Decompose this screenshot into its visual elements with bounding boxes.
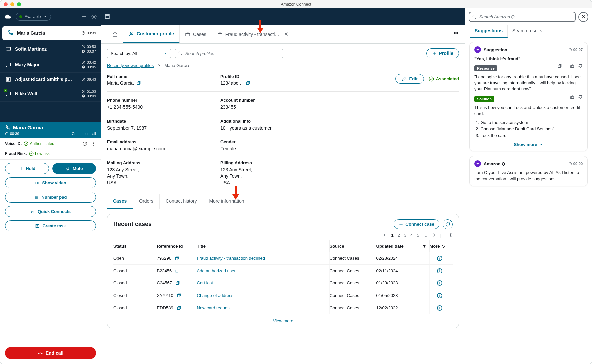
contact-name: Adjust Ricard Smith's p… <box>15 77 78 82</box>
table-row[interactable]: ClosedEDD589New card requestConnect Case… <box>113 302 453 314</box>
phone-value: +1 234-555-5400 <box>107 104 220 111</box>
close-tab-icon[interactable]: ✕ <box>284 31 288 37</box>
calendar-button[interactable] <box>104 13 111 20</box>
case-more-button[interactable]: i <box>437 280 442 286</box>
contact-item-mary[interactable]: Mary Major 00:42 00:05 <box>0 57 101 73</box>
copy-icon[interactable] <box>175 281 180 285</box>
window-zoom[interactable] <box>17 2 21 6</box>
create-task-button[interactable]: Create task <box>5 220 96 231</box>
tab-home[interactable] <box>107 25 123 43</box>
subtab-more-info[interactable]: More information <box>203 194 250 209</box>
case-title-link[interactable]: Fraud activity - transaction declined <box>197 256 265 261</box>
subtab-cases[interactable]: Cases <box>107 194 133 209</box>
table-row[interactable]: Open795296Fraud activity - transaction d… <box>113 252 453 265</box>
show-video-button[interactable]: Show video <box>5 177 96 188</box>
edit-button[interactable]: Edit <box>395 74 424 84</box>
page-3[interactable]: 3 <box>404 233 406 238</box>
case-title-link[interactable]: Add authorized user <box>197 268 236 273</box>
case-more-button[interactable]: i <box>437 256 442 261</box>
contact-item-nikki[interactable]: 1 Nikki Wolf 01:33 00:09 <box>0 86 101 102</box>
hold-button[interactable]: Hold <box>5 163 49 174</box>
profile-id-value: 1234abc… <box>220 80 243 86</box>
copy-icon[interactable] <box>246 81 250 85</box>
apps-button[interactable] <box>453 31 459 38</box>
full-name-value: Maria Garcia <box>107 80 134 86</box>
refresh-cases-button[interactable] <box>443 219 453 229</box>
field-label: Billing Address <box>220 160 459 165</box>
view-more-link[interactable]: View more <box>113 314 453 325</box>
th-more[interactable]: More▽ <box>429 240 453 252</box>
page-4[interactable]: 4 <box>410 233 413 238</box>
subtab-contact-history[interactable]: Contact history <box>160 194 203 209</box>
page-5[interactable]: 5 <box>417 233 419 238</box>
subtab-orders[interactable]: Orders <box>133 194 160 209</box>
case-more-button[interactable]: i <box>437 305 442 311</box>
copy-icon[interactable] <box>177 293 181 298</box>
q-tab-search-results[interactable]: Search results <box>508 25 547 38</box>
case-updated: 01/29/2023 <box>376 277 429 289</box>
case-more-button[interactable]: i <box>437 293 442 298</box>
contact-item-task[interactable]: Adjust Ricard Smith's p… 06:43 <box>0 73 101 86</box>
clock-icon <box>568 162 572 166</box>
close-q-panel-button[interactable]: ✕ <box>578 12 588 22</box>
more-icon[interactable] <box>91 141 96 146</box>
breadcrumb: Recently viewed profiles Maria Garcia <box>107 63 459 68</box>
window-close[interactable] <box>4 2 8 6</box>
window-minimize[interactable] <box>10 2 14 6</box>
tab-customer-profile[interactable]: Customer profile <box>123 25 180 43</box>
case-title-link[interactable]: Change of address <box>197 293 234 298</box>
connect-case-button[interactable]: Connect case <box>394 219 439 229</box>
copy-icon[interactable] <box>177 306 181 310</box>
page-next-button[interactable] <box>432 233 436 237</box>
q-tab-suggestions[interactable]: Suggestions <box>470 25 508 38</box>
breadcrumb-link[interactable]: Recently viewed profiles <box>107 63 154 68</box>
copy-icon[interactable] <box>136 81 141 85</box>
contact-item-maria[interactable]: Maria Garcia 00:39 <box>2 26 101 40</box>
case-title-link[interactable]: Cart lost <box>197 280 213 285</box>
number-pad-button[interactable]: Number pad <box>5 192 96 203</box>
field-label: Birthdate <box>107 119 220 124</box>
table-row[interactable]: ClosedB23456Add authorized userConnect C… <box>113 265 453 277</box>
th-status[interactable]: Status <box>113 240 157 252</box>
th-source[interactable]: Source <box>329 240 376 252</box>
link-icon <box>30 209 35 214</box>
page-prev-button[interactable] <box>382 233 387 237</box>
associated-status: Associated <box>429 76 459 82</box>
table-settings-button[interactable] <box>448 233 453 237</box>
th-updated[interactable]: Updated date▼ <box>376 240 429 252</box>
thumbs-up-icon[interactable] <box>570 95 575 99</box>
case-title-link[interactable]: New card request <box>197 305 231 310</box>
table-row[interactable]: ClosedC34567Cart lostConnect Cases01/29/… <box>113 277 453 289</box>
thumbs-down-icon[interactable] <box>578 95 583 99</box>
new-contact-button[interactable] <box>81 13 87 20</box>
thumbs-up-icon[interactable] <box>570 64 575 68</box>
page-2[interactable]: 2 <box>398 233 400 238</box>
th-ref[interactable]: Reference Id <box>157 240 197 252</box>
copy-icon[interactable] <box>557 64 562 68</box>
table-row[interactable]: ClosedXYYY10Change of addressConnect Cas… <box>113 289 453 302</box>
search-by-select[interactable]: Search by: All <box>107 49 171 58</box>
contact-item-sofia[interactable]: Sofía Martínez 00:53 00:07 <box>0 41 101 57</box>
agent-status-dropdown[interactable]: Available <box>16 13 51 21</box>
copy-icon[interactable] <box>175 268 180 273</box>
copy-icon[interactable] <box>175 256 179 261</box>
tab-fraud-activity[interactable]: Fraud activity - transacti…✕ <box>212 25 294 43</box>
amazon-q-search-input[interactable]: Search Amazon Q <box>469 12 576 22</box>
case-more-button[interactable]: i <box>437 268 442 273</box>
user-icon <box>129 31 134 36</box>
refresh-icon[interactable] <box>82 141 87 146</box>
show-more-link[interactable]: Show more <box>474 142 583 147</box>
clock-icon <box>81 60 85 64</box>
settings-button[interactable] <box>91 13 97 20</box>
clock-icon <box>5 132 9 136</box>
thumbs-down-icon[interactable] <box>578 64 583 68</box>
end-call-button[interactable]: End call <box>5 347 96 359</box>
case-ref: 795296 <box>157 256 171 261</box>
mute-button[interactable]: Mute <box>52 163 96 174</box>
th-title[interactable]: Title <box>197 240 329 252</box>
search-profiles-input[interactable]: Search profiles <box>175 49 283 58</box>
new-profile-button[interactable]: Profile <box>426 48 459 58</box>
quick-connects-button[interactable]: Quick Connects <box>5 206 96 217</box>
page-1[interactable]: 1 <box>391 233 393 238</box>
tab-cases[interactable]: Cases <box>180 25 212 43</box>
